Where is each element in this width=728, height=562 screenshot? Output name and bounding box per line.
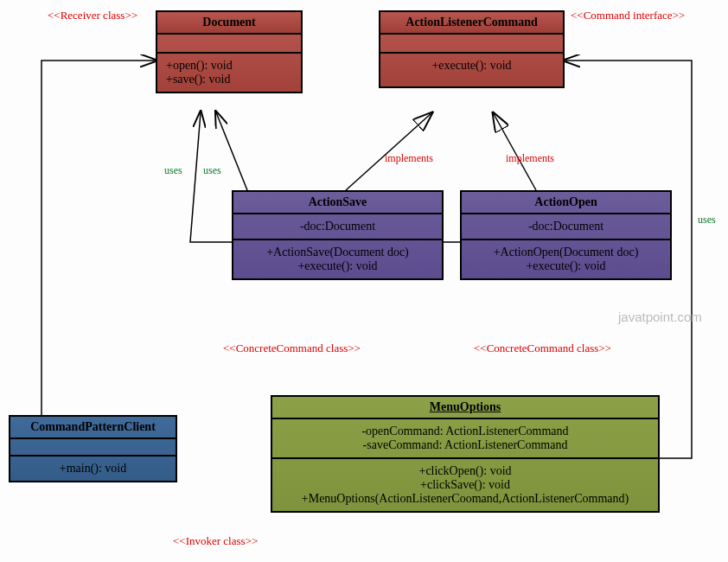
svg-line-0 (346, 112, 432, 190)
class-methods: +execute(): void (380, 54, 563, 86)
class-attributes: -doc:Document (462, 214, 670, 240)
stereotype-concrete-command-2: <<ConcreteCommand class>> (474, 342, 611, 355)
attr-open-command: -openCommand: ActionListenerCommand (281, 425, 649, 438)
class-title: CommandPatternClient (10, 417, 176, 439)
method-execute: +execute(): void (242, 259, 433, 273)
class-title: ActionOpen (462, 192, 670, 214)
method-open: +open(): void (166, 59, 292, 73)
class-attributes-empty (380, 35, 563, 54)
class-action-listener-command: ActionListenerCommand +execute(): void (379, 10, 565, 88)
class-title: ActionListenerCommand (380, 12, 563, 35)
class-attributes-empty (10, 439, 176, 457)
method-save: +save(): void (166, 73, 292, 86)
class-action-open: ActionOpen -doc:Document +ActionOpen(Doc… (460, 190, 672, 280)
attr-doc: -doc:Document (242, 220, 433, 233)
stereotype-concrete-command-1: <<ConcreteCommand class>> (223, 342, 361, 355)
label-implements-2: implements (506, 152, 554, 165)
uml-diagram: Document +open(): void +save(): void Act… (0, 0, 728, 562)
method-click-open: +clickOpen(): void (281, 464, 649, 478)
class-methods: +main(): void (10, 457, 176, 481)
label-uses-1: uses (164, 164, 182, 177)
class-menu-options: MenuOptions -openCommand: ActionListener… (271, 395, 660, 513)
class-action-save: ActionSave -doc:Document +ActionSave(Doc… (232, 190, 444, 280)
stereotype-receiver: <<Receiver class>> (48, 9, 137, 22)
class-methods: +clickOpen(): void +clickSave(): void +M… (272, 459, 658, 511)
class-methods: +open(): void +save(): void (157, 54, 301, 92)
stereotype-command-interface: <<Command interface>> (571, 9, 685, 22)
method-click-save: +clickSave(): void (281, 478, 649, 492)
ctor: +ActionOpen(Document doc) (470, 246, 661, 259)
method-main: +main(): void (19, 462, 167, 476)
attr-doc: -doc:Document (470, 220, 661, 233)
label-uses-3: uses (698, 214, 716, 227)
label-uses-2: uses (203, 164, 221, 177)
class-attributes: -doc:Document (233, 214, 442, 240)
class-attributes: -openCommand: ActionListenerCommand -sav… (272, 419, 658, 459)
class-command-pattern-client: CommandPatternClient +main(): void (9, 415, 177, 482)
label-implements-1: implements (385, 152, 433, 165)
ctor: +ActionSave(Document doc) (242, 246, 433, 259)
class-title: MenuOptions (272, 397, 658, 419)
svg-line-2 (216, 112, 251, 199)
class-attributes-empty (157, 35, 301, 54)
method-execute: +execute(): void (470, 259, 661, 273)
class-methods: +ActionSave(Document doc) +execute(): vo… (233, 240, 442, 278)
class-title: ActionSave (233, 192, 442, 214)
watermark: javatpoint.com (618, 310, 702, 324)
class-methods: +ActionOpen(Document doc) +execute(): vo… (462, 240, 670, 278)
method-execute: +execute(): void (389, 59, 554, 73)
stereotype-invoker: <<Invoker class>> (173, 534, 258, 548)
svg-line-1 (493, 112, 536, 190)
class-title: Document (157, 12, 301, 35)
ctor: +MenuOptions(ActionListenerCoomand,Actio… (281, 492, 649, 506)
class-document: Document +open(): void +save(): void (156, 10, 303, 93)
attr-save-command: -saveCommand: ActionListenerCommand (281, 438, 649, 452)
